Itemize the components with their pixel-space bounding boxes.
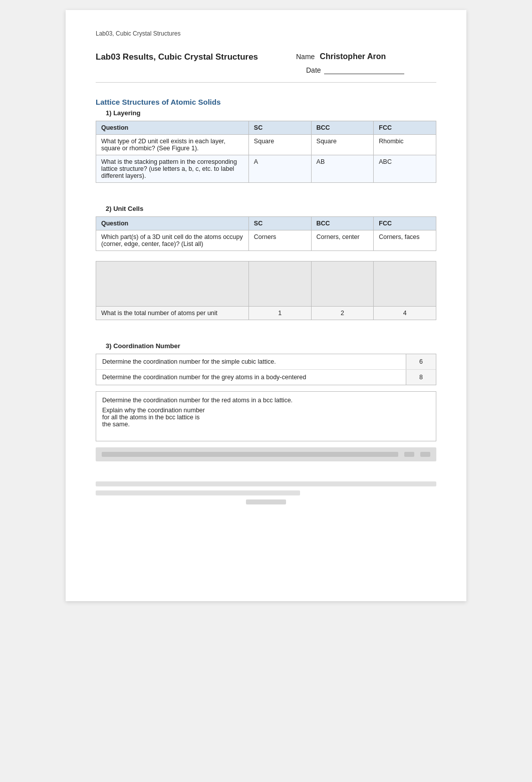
coord-block-1: Determine the coordination number for th… — [96, 354, 436, 385]
table-row — [96, 262, 436, 307]
bottom-blurred — [96, 481, 436, 504]
subsection3-title: 3) Coordination Number — [96, 342, 436, 350]
layering-bcc2: AB — [311, 155, 374, 183]
date-row: Date — [306, 66, 404, 74]
subsection2-title: 2) Unit Cells — [96, 205, 436, 212]
layering-fcc2: ABC — [374, 155, 436, 183]
blurred-row-1 — [96, 447, 436, 461]
coord-a2: 8 — [406, 370, 436, 385]
layering-fcc1: Rhombic — [374, 135, 436, 155]
subsection1-title: 1) Layering — [96, 109, 436, 117]
explain-line-2: Explain why the coordination number — [102, 407, 430, 414]
unit-bcc1: Corners, center — [311, 230, 374, 251]
table-row: What is the total number of atoms per un… — [96, 307, 436, 320]
layering-bcc1: Square — [311, 135, 374, 155]
coord-row-1: Determine the coordination number for th… — [96, 354, 436, 370]
col-fcc-2: FCC — [374, 217, 436, 230]
blurred-num-1 — [404, 452, 414, 457]
blurred-center-block — [246, 499, 286, 504]
explain-line-1: Determine the coordination number for th… — [102, 397, 430, 404]
fcc-image-cell — [311, 262, 374, 307]
col-question-1: Question — [96, 121, 249, 135]
blurred-line-2 — [96, 490, 300, 495]
extra-image-cell — [374, 262, 436, 307]
document-page: Lab03, Cubic Crystal Structures Lab03 Re… — [66, 10, 466, 601]
unit-cells-table: Question SC BCC FCC Which part(s) of a 3… — [96, 216, 436, 251]
name-label: Name — [296, 53, 315, 61]
explain-line-4: the same. — [102, 421, 430, 428]
coordination-section: Determine the coordination number for th… — [96, 354, 436, 461]
name-value: Christopher Aron — [320, 52, 386, 61]
doc-header: Lab03 Results, Cubic Crystal Structures … — [96, 52, 436, 83]
blurred-line-1 — [96, 481, 436, 486]
layering-q1: What type of 2D unit cell exists in each… — [96, 135, 249, 155]
atoms-fcc-val: 4 — [374, 307, 436, 320]
layering-q2: What is the stacking pattern in the corr… — [96, 155, 249, 183]
unit-sc1: Corners — [248, 230, 311, 251]
col-question-2: Question — [96, 217, 249, 230]
table-row: What type of 2D unit cell exists in each… — [96, 135, 436, 155]
layering-sc2: A — [248, 155, 311, 183]
explain-block: Determine the coordination number for th… — [96, 391, 436, 441]
coord-row-2: Determine the coordination number for th… — [96, 370, 436, 385]
sc-image-cell — [96, 262, 249, 307]
atoms-question: What is the total number of atoms per un… — [96, 307, 249, 320]
table-row: What is the stacking pattern in the corr… — [96, 155, 436, 183]
atoms-per-unit-table: What is the total number of atoms per un… — [96, 261, 436, 320]
bcc-image-cell — [248, 262, 311, 307]
explain-line-3: for all the atoms in the bcc lattice is — [102, 414, 430, 421]
coord-a1: 6 — [406, 354, 436, 369]
page-header: Lab03, Cubic Crystal Structures — [96, 30, 436, 37]
unit-fcc1: Corners, faces — [374, 230, 436, 251]
coord-q1: Determine the coordination number for th… — [96, 354, 406, 369]
atoms-bcc-val: 2 — [311, 307, 374, 320]
date-line — [324, 66, 404, 74]
blurred-center — [96, 499, 436, 504]
col-bcc-2: BCC — [311, 217, 374, 230]
table-row: Which part(s) of a 3D unit cell do the a… — [96, 230, 436, 251]
blurred-num-2 — [420, 452, 430, 457]
atoms-sc-val: 1 — [248, 307, 311, 320]
layering-table: Question SC BCC FCC What type of 2D unit… — [96, 121, 436, 183]
blurred-text-1 — [102, 452, 398, 457]
col-sc-1: SC — [248, 121, 311, 135]
unit-q1: Which part(s) of a 3D unit cell do the a… — [96, 230, 249, 251]
name-row: Name Christopher Aron — [296, 52, 386, 61]
coord-q2: Determine the coordination number for th… — [96, 370, 406, 385]
layering-sc1: Square — [248, 135, 311, 155]
date-label: Date — [306, 66, 321, 74]
col-fcc-1: FCC — [374, 121, 436, 135]
name-date-block: Name Christopher Aron Date — [296, 52, 436, 74]
col-sc-2: SC — [248, 217, 311, 230]
col-bcc-1: BCC — [311, 121, 374, 135]
doc-title: Lab03 Results, Cubic Crystal Structures — [96, 52, 258, 62]
section-title: Lattice Structures of Atomic Solids — [96, 98, 436, 106]
